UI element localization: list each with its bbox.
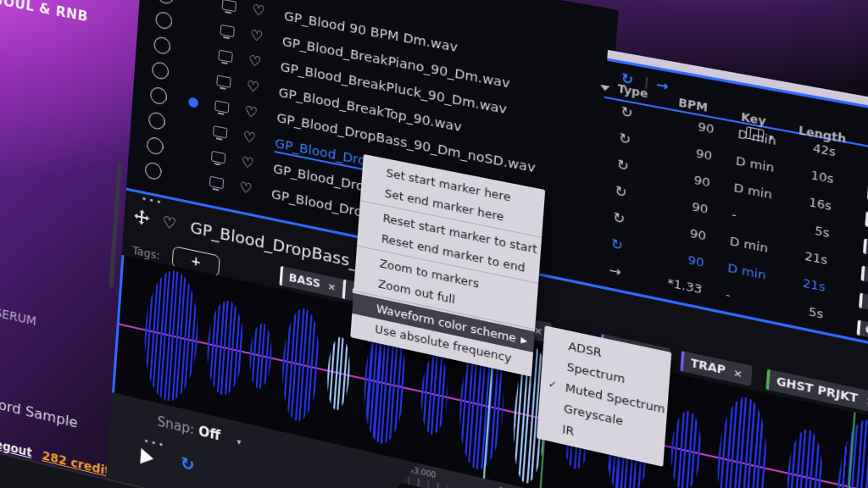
remove-tag-icon[interactable]: ×	[733, 366, 743, 380]
key-cell: -	[726, 287, 732, 302]
loop-type-icon[interactable]: ↻	[618, 130, 632, 148]
filter-oneshot-icon[interactable]: →	[655, 76, 669, 95]
check-icon: ✓	[356, 336, 366, 358]
waveform-blob	[279, 305, 323, 425]
favorite-heart-icon[interactable]: ♡	[239, 180, 253, 197]
chevron-down-icon: ▾	[236, 436, 242, 447]
favorite-heart-icon[interactable]: ♡	[162, 214, 177, 231]
play-button[interactable]	[140, 448, 154, 467]
context-menu: Set start marker hereSet end marker here…	[350, 154, 545, 377]
waveform-blob	[419, 352, 450, 437]
loop-type-icon[interactable]: ↻	[610, 236, 624, 254]
waveform-blob	[714, 392, 771, 488]
waveform-blob	[248, 320, 274, 391]
favorite-heart-icon[interactable]: ♡	[241, 155, 254, 172]
sidebar-item[interactable]: HAZY TRAP SOUL & RNB	[0, 0, 88, 25]
loop-toggle-icon[interactable]: ↻	[180, 452, 195, 474]
loop-type-icon[interactable]: ↻	[612, 209, 626, 228]
remove-tag-icon[interactable]: ×	[327, 280, 337, 293]
move-icon[interactable]	[132, 207, 151, 228]
favorite-heart-icon[interactable]: ♡	[248, 53, 262, 69]
loop-type-icon[interactable]: ↻	[620, 103, 634, 122]
tilted-app-window: side My Bones (Floating Breaks) FinalHAZ…	[0, 0, 868, 488]
waveform-blob	[325, 334, 352, 412]
waveform-blob	[784, 426, 826, 488]
waveform-blob	[669, 408, 704, 488]
screenshot-frame: side My Bones (Floating Breaks) FinalHAZ…	[0, 0, 868, 488]
favorite-heart-icon[interactable]: ♡	[242, 130, 256, 146]
favorite-heart-icon[interactable]: ♡	[244, 104, 258, 120]
waveform-blob	[204, 297, 246, 399]
key-cell: -	[732, 207, 737, 221]
waveform-blob	[141, 265, 202, 407]
favorite-heart-icon[interactable]: ♡	[246, 79, 259, 95]
oneshot-type-icon[interactable]: →	[609, 262, 622, 280]
sidebar-item[interactable]: Techno Chord Sample	[0, 380, 78, 431]
favorite-heart-icon[interactable]: ♡	[250, 28, 264, 44]
loop-type-icon[interactable]: ↻	[615, 182, 628, 201]
favorite-heart-icon[interactable]: ♡	[252, 3, 265, 19]
sidebar-item[interactable]: ZY TRAP SOUL - SERUM	[0, 284, 36, 328]
submenu-arrow-icon: ▶	[520, 330, 528, 352]
loop-type-icon[interactable]: ↻	[616, 156, 630, 175]
